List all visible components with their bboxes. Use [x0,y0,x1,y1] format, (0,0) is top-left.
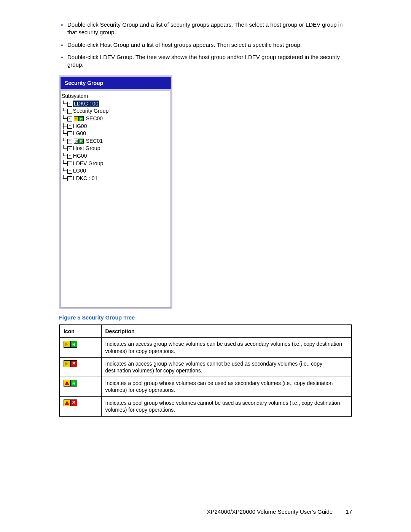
desc-cell: Indicates an access group whose volumes … [101,357,352,377]
tree-node-label: LDKC : 01 [73,175,98,181]
clock-green-icon [74,139,84,144]
expand-icon[interactable]: + [67,169,72,174]
expand-icon[interactable]: + [67,124,72,129]
access-green-icon [64,341,79,348]
table-header-icon: Icon [59,325,101,338]
tree-node[interactable]: └─+LG00 [62,167,170,175]
icon-cell [59,396,101,416]
tree-node-label: SEC01 [86,138,103,144]
icon-cell [59,377,101,396]
icon-description-table: Icon Description Indicates an access gro… [59,324,352,417]
expand-icon[interactable]: - [67,109,72,114]
footer-text: XP24000/XP20000 Volume Security User's G… [207,508,333,515]
bullet-item: Double-click LDEV Group. The tree view s… [59,53,352,69]
security-group-tree-panel: Security Group Subsystem └─-LDKC : 00 └─… [59,75,172,309]
page-footer: XP24000/XP20000 Volume Security User's G… [207,508,352,515]
table-row: Indicates a pool group whose volumes can… [59,396,352,416]
expand-icon[interactable]: + [67,154,72,159]
access-red-icon [64,360,79,368]
tree-node-label: LG00 [73,168,86,174]
expand-icon[interactable]: + [67,176,72,181]
tree-node[interactable]: Subsystem [62,93,170,100]
tree-node[interactable]: └─-Host Group [62,145,170,152]
tree-node-label: Host Group [73,145,100,151]
tree-node[interactable]: └─- SEC00 [62,115,170,123]
tree-node-label: HG00 [73,123,87,129]
tree-node[interactable]: └─-LDEV Group [62,160,170,168]
tree-node[interactable]: └─+LG00 [62,130,170,137]
tree-node-label: SEC00 [86,115,103,121]
expand-icon[interactable]: + [67,139,72,144]
table-row: Indicates a pool group whose volumes can… [59,377,352,396]
desc-cell: Indicates a pool group whose volumes can… [101,377,352,396]
tree-node[interactable]: └─+LDKC : 01 [62,175,170,182]
tree-body[interactable]: Subsystem └─-LDKC : 00 └─-Security Group… [61,91,171,308]
pool-red-icon [64,399,79,407]
table-header-desc: Description [101,325,352,338]
tree-node[interactable]: └─+ SEC01 [62,137,170,145]
tree-node-label: HG00 [73,153,87,159]
expand-icon[interactable]: + [67,131,72,136]
bullet-item: Double-click Host Group and a list of ho… [59,41,352,49]
figure-caption: Figure 5 Security Group Tree [59,315,352,321]
tree-node-label: LDEV Group [73,160,103,166]
tree-node[interactable]: └─-LDKC : 00 [62,100,170,108]
tree-node-label: Security Group [73,108,108,114]
desc-cell: Indicates an access group whose volumes … [101,338,352,357]
tree-node[interactable]: ├─+HG00 [62,123,170,130]
expand-icon[interactable]: - [67,146,72,151]
icon-cell [59,338,101,357]
access-green-icon [74,116,84,121]
tree-node[interactable]: └─-Security Group [62,107,170,115]
desc-cell: Indicates a pool group whose volumes can… [101,396,352,416]
expand-icon[interactable]: - [67,102,72,107]
tree-node[interactable]: └─+HG00 [62,152,170,160]
instruction-list: Double-click Security Group and a list o… [59,21,352,69]
tree-node-label: LG00 [73,130,86,136]
page-number: 17 [346,508,352,515]
expand-icon[interactable]: - [67,117,72,121]
expand-icon[interactable]: - [67,161,72,166]
bullet-item: Double-click Security Group and a list o… [59,21,352,37]
tree-node-label: Subsystem [62,93,88,99]
icon-cell [59,357,101,377]
tree-title: Security Group [61,77,171,89]
tree-node-label: LDKC : 00 [73,101,99,107]
pool-green-icon [64,380,79,387]
table-row: Indicates an access group whose volumes … [59,357,352,377]
table-row: Indicates an access group whose volumes … [59,338,352,357]
